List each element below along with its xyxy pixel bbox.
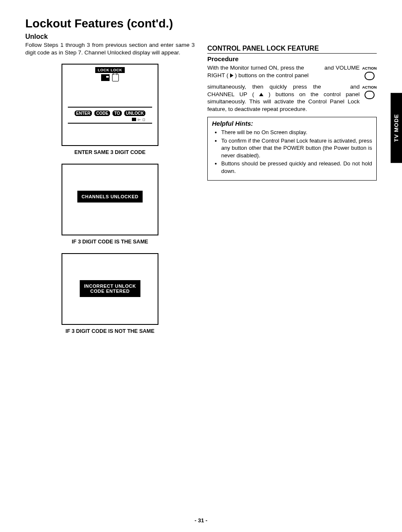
hint-item: Buttons should be pressed quickly and re… xyxy=(221,160,372,175)
screen-channels-unlocked: CHANNELS UNLOCKED xyxy=(62,164,158,235)
hint-item: There will be no On Screen display. xyxy=(221,129,372,136)
action-button-icon xyxy=(364,72,375,80)
helpful-hints-box: Helpful Hints: There will be no On Scree… xyxy=(207,117,377,180)
procedure-para-1: ACTION With the Monitor turned ON, press… xyxy=(207,64,377,79)
action-button-icon-2 xyxy=(364,91,375,99)
enter-code-row: ENTER CODE TO UNLOCK ▻◻ xyxy=(68,107,152,124)
right-column: CONTROL PANEL LOCK FEATURE Procedure ACT… xyxy=(207,33,377,343)
tv-icon xyxy=(101,74,110,81)
cpl-heading: CONTROL PANEL LOCK FEATURE xyxy=(207,45,377,52)
msg-channels-unlocked: CHANNELS UNLOCKED xyxy=(78,191,143,203)
unlock-heading: Unlock xyxy=(25,33,195,41)
side-tab-tv-mode: TV MODE xyxy=(391,93,402,163)
screen-enter-code: LOCK LOCK ENTER CODE TO UNLOCK ▻◻ xyxy=(62,64,158,146)
two-column-layout: Unlock Follow Steps 1 through 3 from pre… xyxy=(25,33,377,343)
procedure-para-2: ACTION simultaneously, then quickly pres… xyxy=(207,83,377,113)
page-number: - 31 - xyxy=(195,517,207,524)
cursor-indicator: ▻◻ xyxy=(132,117,145,122)
caption-code-not-same: IF 3 DIGIT CODE IS NOT THE SAME xyxy=(55,328,165,334)
lock-icon-row xyxy=(101,74,119,81)
hint-item: To confirm if the Control Panel Lock fea… xyxy=(221,137,372,159)
unlock-paragraph: Follow Steps 1 through 3 from previous s… xyxy=(25,41,195,56)
triangle-up-icon xyxy=(259,93,263,96)
action-label-1: ACTION xyxy=(362,66,377,70)
left-column: Unlock Follow Steps 1 through 3 from pre… xyxy=(25,33,195,343)
hints-list: There will be no On Screen display. To c… xyxy=(212,129,372,175)
procedure-heading: Procedure xyxy=(207,55,377,62)
lock-top-bar: LOCK LOCK xyxy=(95,67,125,73)
page-title: Lockout Features (cont'd.) xyxy=(25,17,377,30)
caption-code-same: IF 3 DIGIT CODE IS THE SAME xyxy=(55,239,165,245)
caption-enter-code: ENTER SAME 3 DIGIT CODE xyxy=(55,149,165,155)
hints-title: Helpful Hints: xyxy=(212,120,372,127)
action-label-2: ACTION xyxy=(362,85,377,89)
screen-incorrect-code: INCORRECT UNLOCK CODE ENTERED xyxy=(62,253,158,325)
padlock-icon xyxy=(112,74,119,81)
msg-incorrect-code: INCORRECT UNLOCK CODE ENTERED xyxy=(80,280,140,297)
triangle-right-icon xyxy=(230,73,233,78)
cpl-underline xyxy=(207,53,377,54)
enter-code-text: ENTER CODE TO UNLOCK xyxy=(68,109,152,116)
